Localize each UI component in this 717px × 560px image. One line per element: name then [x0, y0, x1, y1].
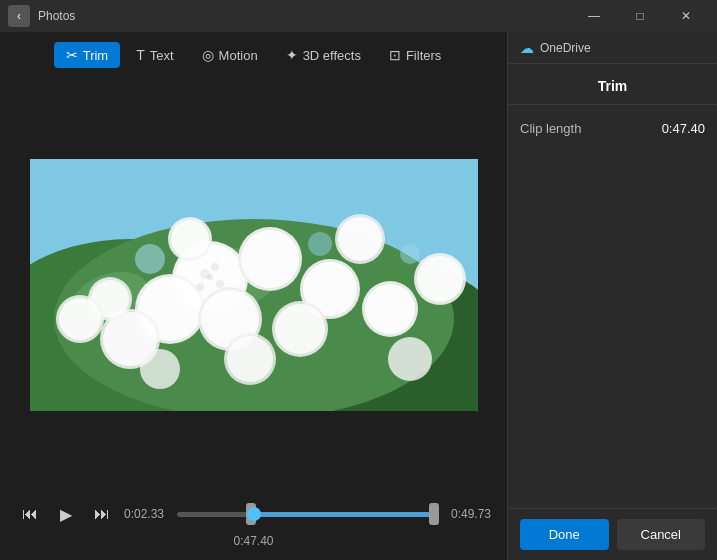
right-panel: ☁ OneDrive Trim Clip length 0:47.40 Done… — [507, 32, 717, 560]
filters-icon: ⊡ — [389, 47, 401, 63]
left-panel: ✂ Trim T Text ◎ Motion ✦ 3D effects ⊡ Fi… — [0, 32, 507, 560]
svg-point-24 — [275, 304, 325, 354]
svg-point-30 — [171, 220, 209, 258]
3deffects-icon: ✦ — [286, 47, 298, 63]
clip-length-label: Clip length — [520, 121, 581, 136]
title-bar: ‹ Photos — □ ✕ — [0, 0, 717, 32]
svg-point-37 — [388, 337, 432, 381]
close-button[interactable]: ✕ — [663, 0, 709, 32]
panel-footer: Done Cancel — [508, 508, 717, 560]
motion-icon: ◎ — [202, 47, 214, 63]
scrubber-handle[interactable] — [247, 507, 261, 521]
back-button[interactable]: ‹ — [8, 5, 30, 27]
toolbar: ✂ Trim T Text ◎ Motion ✦ 3D effects ⊡ Fi… — [0, 32, 507, 78]
svg-point-43 — [207, 274, 213, 280]
svg-point-42 — [196, 283, 204, 291]
clip-length-value: 0:47.40 — [662, 121, 705, 136]
svg-point-36 — [227, 336, 273, 382]
main-layout: ✂ Trim T Text ◎ Motion ✦ 3D effects ⊡ Fi… — [0, 32, 717, 560]
3deffects-label: 3D effects — [303, 48, 361, 63]
trim-icon: ✂ — [66, 47, 78, 63]
right-trim-handle[interactable] — [429, 503, 439, 525]
svg-point-20 — [365, 284, 415, 334]
svg-point-12 — [241, 230, 299, 288]
svg-point-41 — [216, 280, 224, 288]
text-label: Text — [150, 48, 174, 63]
svg-point-45 — [308, 232, 332, 256]
scrubber-timestamp: 0:47.40 — [16, 534, 491, 548]
onedrive-label: OneDrive — [540, 41, 591, 55]
onedrive-bar: ☁ OneDrive — [508, 32, 717, 64]
trim-tool-button[interactable]: ✂ Trim — [54, 42, 121, 68]
text-icon: T — [136, 47, 145, 63]
panel-content: Clip length 0:47.40 — [508, 105, 717, 508]
app-title: Photos — [38, 9, 75, 23]
current-time: 0:02.33 — [124, 507, 169, 521]
play-button[interactable]: ▶ — [52, 500, 80, 528]
filters-label: Filters — [406, 48, 441, 63]
clip-length-row: Clip length 0:47.40 — [520, 121, 705, 136]
video-thumbnail — [30, 159, 478, 411]
svg-point-46 — [400, 244, 420, 264]
done-button[interactable]: Done — [520, 519, 609, 550]
svg-point-28 — [338, 217, 382, 261]
playback-controls: ⏮ ▶ ⏭ 0:02.33 — [16, 500, 491, 528]
panel-title: Trim — [508, 64, 717, 105]
onedrive-icon: ☁ — [520, 40, 534, 56]
trim-label: Trim — [83, 48, 109, 63]
text-tool-button[interactable]: T Text — [124, 42, 185, 68]
filters-tool-button[interactable]: ⊡ Filters — [377, 42, 453, 68]
track-fill-region — [251, 512, 434, 517]
svg-point-40 — [211, 263, 219, 271]
svg-point-38 — [140, 349, 180, 389]
timeline-track[interactable] — [177, 500, 438, 528]
maximize-button[interactable]: □ — [617, 0, 663, 32]
title-bar-left: ‹ Photos — [8, 5, 75, 27]
minimize-button[interactable]: — — [571, 0, 617, 32]
rewind-button[interactable]: ⏮ — [16, 500, 44, 528]
end-time: 0:49.73 — [446, 507, 491, 521]
motion-tool-button[interactable]: ◎ Motion — [190, 42, 270, 68]
video-area — [0, 78, 507, 492]
video-frame — [30, 159, 478, 411]
fast-forward-button[interactable]: ⏭ — [88, 500, 116, 528]
scrubber-area: ⏮ ▶ ⏭ 0:02.33 — [0, 492, 507, 560]
motion-label: Motion — [219, 48, 258, 63]
window-controls: — □ ✕ — [571, 0, 709, 32]
cancel-button[interactable]: Cancel — [617, 519, 706, 550]
svg-point-44 — [135, 244, 165, 274]
3deffects-tool-button[interactable]: ✦ 3D effects — [274, 42, 373, 68]
svg-point-32 — [417, 256, 463, 302]
svg-point-34 — [59, 298, 101, 340]
